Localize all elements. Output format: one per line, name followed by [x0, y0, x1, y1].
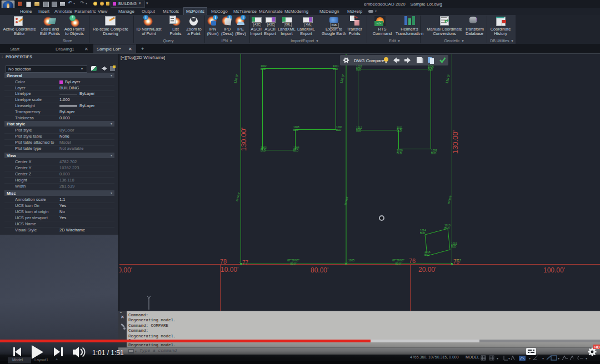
svg-text:20.00': 20.00' [418, 266, 436, 274]
svg-text:130.0': 130.0' [445, 74, 451, 84]
svg-text:86°56'5": 86°56'5" [447, 194, 452, 204]
svg-text:BLD: BLD [428, 68, 433, 71]
svg-text:BLD: BLD [336, 129, 342, 132]
svg-text:BLD: BLD [397, 129, 402, 132]
svg-text:10.00': 10.00' [221, 266, 238, 274]
svg-text:BLD: BLD [261, 149, 266, 152]
svg-text:DWG Compare: DWG Compare [354, 58, 384, 63]
svg-text:78: 78 [220, 258, 227, 265]
svg-text:BLD: BLD [356, 129, 362, 132]
svg-text:130.00': 130.00' [451, 130, 459, 154]
svg-text:130.00': 130.00' [239, 128, 248, 151]
svg-text:1017: 1017 [455, 259, 461, 262]
svg-text:BLD: BLD [444, 227, 450, 230]
svg-text:BLD: BLD [451, 245, 457, 248]
svg-text:80.00': 80.00' [311, 266, 328, 274]
svg-text:130.0': 130.0' [339, 74, 345, 84]
svg-text:BLD: BLD [397, 152, 402, 155]
svg-text:77: 77 [242, 260, 249, 266]
svg-text:BLD: BLD [333, 68, 338, 70]
svg-text:130.0': 130.0' [233, 74, 239, 84]
svg-text:1005: 1005 [348, 259, 354, 262]
svg-text:BLD: BLD [293, 149, 299, 152]
svg-text:HD: HD [594, 345, 600, 349]
svg-text:BLD: BLD [431, 152, 437, 155]
svg-text:50.0': 50.0' [396, 262, 402, 265]
svg-text:BLD: BLD [356, 68, 362, 71]
svg-text:BLD: BLD [424, 254, 430, 256]
svg-text:86°56'5": 86°56'5" [236, 191, 241, 201]
svg-text:1:01 / 1:51: 1:01 / 1:51 [92, 349, 124, 357]
svg-text:BLD: BLD [261, 68, 266, 70]
svg-text:100.00': 100.00' [119, 266, 132, 274]
svg-text:50.0': 50.0' [291, 262, 297, 265]
svg-text:BLD: BLD [293, 129, 299, 132]
svg-text:BLD: BLD [420, 232, 426, 235]
svg-text:100.00': 100.00' [543, 266, 565, 274]
svg-text:86°56'5": 86°56'5" [344, 195, 349, 205]
svg-text:76: 76 [409, 257, 416, 264]
